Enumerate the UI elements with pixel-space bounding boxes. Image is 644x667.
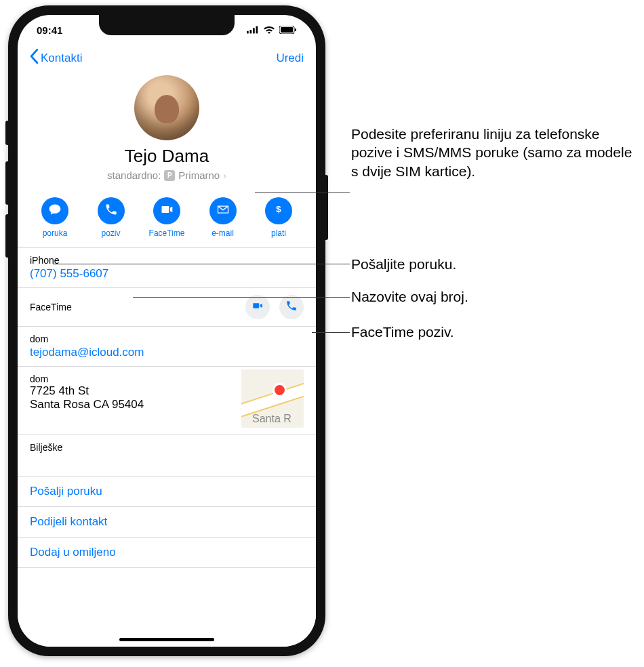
message-button[interactable]: poruka [30, 197, 80, 238]
callout-line [53, 264, 350, 264]
call-label: poziv [101, 228, 120, 238]
home-indicator[interactable] [119, 638, 214, 641]
default-line-label: standardno: [107, 169, 161, 181]
notes-label: Bilješke [30, 442, 304, 453]
svg-rect-0 [247, 31, 249, 33]
callout-line [312, 332, 350, 333]
status-icons [247, 24, 297, 36]
map-thumbnail[interactable]: Santa R [241, 369, 304, 428]
email-cell[interactable]: dom tejodama@icloud.com [18, 326, 316, 366]
status-time: 09:41 [37, 24, 62, 36]
phone-icon [104, 203, 118, 220]
send-message-link[interactable]: Pošalji poruku [18, 476, 316, 506]
callout-line [133, 297, 350, 298]
pay-label: plati [271, 228, 286, 238]
side-button [5, 214, 9, 258]
facetime-audio-button[interactable] [279, 295, 304, 319]
callout-text: Podesite preferiranu liniju za telefonsk… [351, 125, 636, 180]
message-icon [48, 203, 62, 220]
notch [99, 15, 235, 35]
video-icon [160, 203, 174, 220]
add-favorite-link[interactable]: Dodaj u omiljeno [18, 537, 316, 568]
address-line1: 7725 4th St [30, 384, 233, 398]
notes-cell[interactable]: Bilješke [18, 434, 316, 476]
default-line-value: Primarno [178, 169, 220, 181]
callout-text: FaceTime poziv. [351, 323, 454, 341]
back-button[interactable]: Kontakti [30, 49, 82, 67]
email-button[interactable]: e-mail [198, 197, 248, 238]
call-button[interactable]: poziv [86, 197, 136, 238]
battery-icon [279, 24, 297, 36]
facetime-label: FaceTime [149, 228, 185, 238]
share-contact-link[interactable]: Podijeli kontakt [18, 506, 316, 537]
screen: 09:41 Kontakti Uredi [18, 15, 316, 647]
svg-rect-1 [250, 30, 252, 33]
address-cell[interactable]: dom 7725 4th St Santa Rosa CA 95404 Sant… [18, 366, 316, 434]
message-label: poruka [43, 228, 68, 238]
email-label: e-mail [212, 228, 234, 238]
contact-header: Tejo Dama standardno: P Primarno › [18, 73, 316, 189]
facetime-video-button[interactable] [245, 295, 270, 319]
phone-cell[interactable]: iPhone (707) 555-6607 [18, 247, 316, 287]
callout-text: Nazovite ovaj broj. [351, 287, 468, 306]
svg-rect-6 [295, 28, 296, 31]
back-label: Kontakti [41, 52, 82, 65]
facetime-cell-label: FaceTime [30, 302, 72, 312]
phone-frame: 09:41 Kontakti Uredi [8, 5, 325, 656]
video-icon [251, 300, 264, 315]
email-type-label: dom [30, 334, 304, 344]
svg-rect-2 [253, 28, 255, 33]
contact-card: Tejo Dama standardno: P Primarno › poruk… [18, 73, 316, 647]
svg-rect-5 [281, 27, 293, 33]
address-type-label: dom [30, 373, 233, 384]
sim-badge: P [164, 170, 175, 181]
default-line-selector[interactable]: standardno: P Primarno › [107, 169, 226, 181]
address-line2: Santa Rosa CA 95404 [30, 398, 233, 411]
navigation-bar: Kontakti Uredi [18, 45, 316, 73]
chevron-left-icon [30, 49, 39, 67]
callout-text: Pošaljite poruku. [351, 255, 456, 273]
svg-text:$: $ [276, 204, 281, 214]
phone-icon [285, 300, 298, 315]
side-button [324, 175, 328, 240]
side-button [5, 161, 9, 205]
avatar[interactable] [134, 75, 199, 140]
svg-rect-3 [256, 26, 258, 33]
map-label: Santa R [252, 413, 291, 425]
mail-icon [216, 203, 230, 220]
edit-button[interactable]: Uredi [276, 52, 304, 65]
email-value: tejodama@icloud.com [30, 346, 304, 359]
cellular-icon [247, 24, 259, 36]
pay-button[interactable]: $ plati [254, 197, 304, 238]
side-button [5, 121, 9, 145]
facetime-button[interactable]: FaceTime [142, 197, 192, 238]
wifi-icon [263, 24, 275, 36]
contact-name: Tejo Dama [18, 146, 316, 167]
facetime-cell: FaceTime [18, 287, 316, 326]
action-row: poruka poziv FaceTime e-mail $ plati [18, 189, 316, 247]
phone-number: (707) 555-6607 [30, 267, 304, 281]
chevron-right-icon: › [223, 170, 226, 181]
dollar-icon: $ [272, 203, 285, 220]
callout-line [255, 193, 350, 193]
